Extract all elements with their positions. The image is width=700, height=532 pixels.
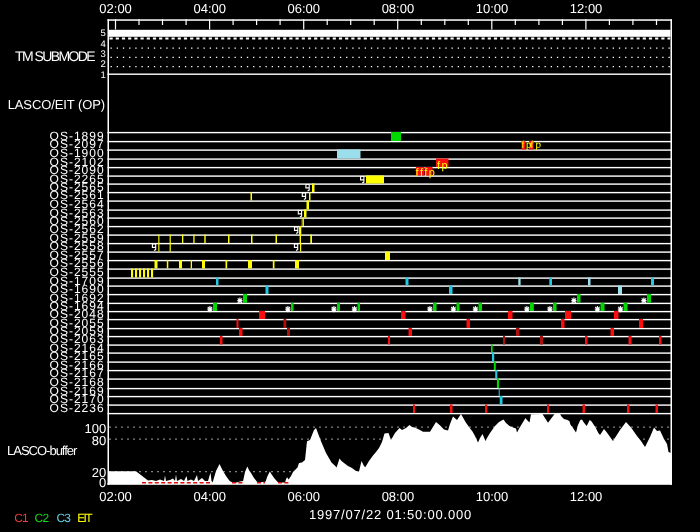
svg-text:10:00: 10:00 <box>476 1 509 16</box>
svg-text:08:00: 08:00 <box>382 489 415 504</box>
svg-text:p: p <box>442 160 448 172</box>
svg-text:LASCO-buffer: LASCO-buffer <box>7 443 78 458</box>
svg-text:06:00: 06:00 <box>288 1 321 16</box>
svg-text:02:00: 02:00 <box>99 489 132 504</box>
svg-text:f: f <box>531 140 534 151</box>
svg-text:1997/07/22 01:50:00.000: 1997/07/22 01:50:00.000 <box>309 507 472 522</box>
svg-text:EIT: EIT <box>77 511 93 525</box>
svg-text:2: 2 <box>101 59 106 70</box>
svg-text:f: f <box>522 140 525 151</box>
svg-text:C3: C3 <box>56 511 71 525</box>
svg-text:p: p <box>536 140 542 151</box>
svg-text:80: 80 <box>92 433 106 448</box>
svg-text:p: p <box>429 167 435 179</box>
svg-text:LASCO/EIT (OP): LASCO/EIT (OP) <box>8 97 105 112</box>
svg-text:08:00: 08:00 <box>382 1 415 16</box>
svg-text:0: 0 <box>99 475 106 490</box>
svg-text:OS-2236: OS-2236 <box>50 401 105 415</box>
svg-text:5: 5 <box>101 28 106 39</box>
svg-text:3: 3 <box>101 49 106 60</box>
svg-text:1: 1 <box>101 70 106 81</box>
svg-text:C1: C1 <box>14 511 29 525</box>
svg-text:TM SUBMODE: TM SUBMODE <box>15 48 95 64</box>
svg-text:12:00: 12:00 <box>570 489 603 504</box>
svg-text:C2: C2 <box>35 511 50 525</box>
svg-text:02:00: 02:00 <box>99 1 132 16</box>
svg-text:12:00: 12:00 <box>570 1 603 16</box>
svg-text:06:00: 06:00 <box>288 489 321 504</box>
svg-text:04:00: 04:00 <box>193 489 226 504</box>
svg-text:04:00: 04:00 <box>193 1 226 16</box>
svg-text:10:00: 10:00 <box>476 489 509 504</box>
